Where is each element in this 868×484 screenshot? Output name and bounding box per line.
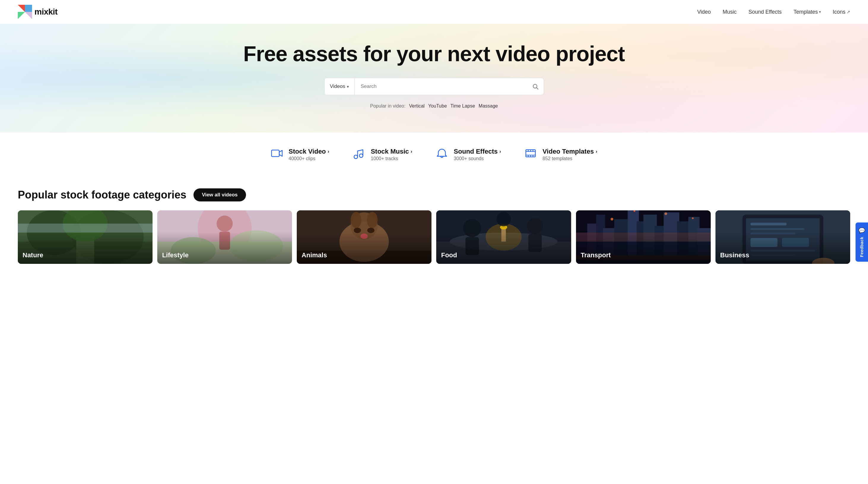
chat-icon: 💬	[859, 227, 865, 233]
stat-chevron-icon: ›	[328, 149, 329, 154]
category-lifestyle[interactable]: Lifestyle	[157, 210, 292, 264]
sound-effects-title: Sound Effects ›	[454, 148, 501, 155]
categories-section: Popular stock footage categories View al…	[0, 176, 868, 282]
stat-stock-video[interactable]: Stock Video › 40000+ clips	[271, 147, 330, 162]
stock-music-subtitle: 1000+ tracks	[371, 156, 412, 161]
transport-label: Transport	[581, 251, 611, 259]
logo-text: mixkit	[34, 7, 58, 17]
feedback-button[interactable]: 💬 Feedback	[856, 222, 868, 262]
video-templates-subtitle: 852 templates	[542, 156, 597, 161]
food-label: Food	[441, 251, 457, 259]
nav-video[interactable]: Video	[697, 9, 711, 15]
search-icon	[532, 83, 538, 90]
nature-label: Nature	[23, 251, 43, 259]
search-input[interactable]	[354, 78, 527, 95]
stat-chevron-icon-2: ›	[411, 149, 412, 154]
music-icon	[353, 147, 365, 162]
popular-tags: Popular in video: Vertical YouTube Time …	[0, 104, 868, 109]
popular-tag-vertical[interactable]: Vertical	[409, 104, 424, 109]
nav-music[interactable]: Music	[722, 9, 737, 15]
svg-line-5	[536, 88, 538, 89]
svg-marker-2	[18, 12, 25, 19]
category-animals[interactable]: Animals	[297, 210, 432, 264]
popular-tag-youtube[interactable]: YouTube	[428, 104, 447, 109]
category-nature[interactable]: Nature	[18, 210, 153, 264]
feedback-label: Feedback	[859, 236, 864, 257]
animals-label: Animals	[302, 251, 327, 259]
search-bar: Videos ▾	[324, 78, 544, 95]
svg-marker-1	[25, 5, 32, 12]
nav-icons[interactable]: Icons ↗	[833, 9, 850, 15]
nav-sound-effects[interactable]: Sound Effects	[748, 9, 782, 15]
hero-section: Free assets for your next video project …	[0, 24, 868, 133]
svg-marker-0	[18, 5, 25, 12]
stock-video-title: Stock Video ›	[289, 148, 330, 155]
header: mixkit Video Music Sound Effects Templat…	[0, 0, 868, 24]
video-templates-title: Video Templates ›	[542, 148, 597, 155]
search-button[interactable]	[527, 78, 544, 95]
stock-video-subtitle: 40000+ clips	[289, 156, 330, 161]
logo[interactable]: mixkit	[18, 5, 58, 19]
stat-stock-music[interactable]: Stock Music › 1000+ tracks	[353, 147, 412, 162]
stats-section: Stock Video › 40000+ clips Stock Music ›…	[0, 133, 868, 176]
video-icon	[271, 147, 283, 162]
dropdown-chevron-icon: ▾	[347, 84, 349, 89]
popular-tag-massage[interactable]: Massage	[479, 104, 498, 109]
svg-marker-3	[25, 12, 32, 19]
svg-point-8	[360, 154, 363, 158]
categories-title: Popular stock footage categories	[18, 189, 186, 201]
lifestyle-label: Lifestyle	[162, 251, 188, 259]
external-link-icon: ↗	[847, 9, 850, 14]
film-icon	[525, 147, 536, 162]
stock-music-title: Stock Music ›	[371, 148, 412, 155]
nav-templates[interactable]: Templates ▾	[794, 9, 821, 15]
hero-heading: Free assets for your next video project	[0, 41, 868, 66]
stat-sound-effects[interactable]: Sound Effects › 3000+ sounds	[436, 147, 501, 162]
business-label: Business	[720, 251, 749, 259]
categories-grid: Nature Lifestyle	[18, 210, 850, 264]
view-all-videos-button[interactable]: View all videos	[193, 188, 246, 201]
svg-point-7	[354, 155, 358, 159]
stat-chevron-icon-4: ›	[596, 149, 597, 154]
bell-icon	[436, 147, 448, 162]
category-transport[interactable]: Transport	[576, 210, 711, 264]
category-food[interactable]: Food	[436, 210, 571, 264]
stat-chevron-icon-3: ›	[499, 149, 501, 154]
svg-rect-6	[272, 150, 279, 156]
stat-video-templates[interactable]: Video Templates › 852 templates	[525, 147, 597, 162]
search-type-dropdown[interactable]: Videos ▾	[324, 78, 355, 95]
feedback-widget[interactable]: 💬 Feedback	[856, 222, 868, 262]
templates-chevron-icon: ▾	[819, 10, 821, 14]
popular-label: Popular in video:	[370, 104, 405, 109]
categories-header: Popular stock footage categories View al…	[18, 188, 850, 201]
popular-tag-timelapse[interactable]: Time Lapse	[451, 104, 475, 109]
sound-effects-subtitle: 3000+ sounds	[454, 156, 501, 161]
main-nav: Video Music Sound Effects Templates ▾ Ic…	[697, 9, 850, 15]
category-business[interactable]: Business	[715, 210, 850, 264]
